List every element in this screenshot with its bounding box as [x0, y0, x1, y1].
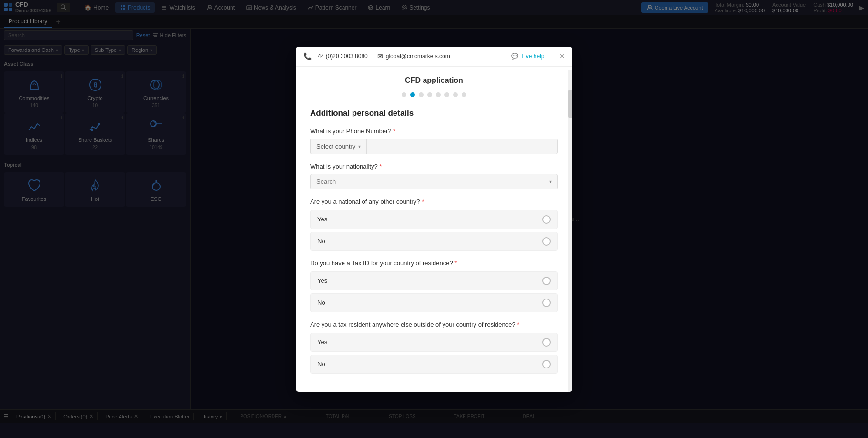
scrollbar-track — [568, 70, 572, 392]
modal-close-button[interactable]: × — [559, 51, 565, 61]
dot-4 — [427, 92, 432, 97]
national-other-no[interactable]: No — [310, 232, 558, 251]
dot-6 — [444, 92, 449, 97]
radio-circle-no — [542, 299, 551, 307]
chevron-down-icon: ▾ — [358, 144, 361, 149]
tax-resident-yes[interactable]: Yes — [310, 333, 558, 352]
chevron-down-icon: ▾ — [549, 179, 552, 184]
modal-title: CFD application — [310, 76, 558, 85]
dot-8 — [462, 92, 466, 97]
tax-id-radio-group: Yes No — [310, 271, 558, 312]
tax-id-no[interactable]: No — [310, 293, 558, 312]
nationality-question-label: What is your nationality? * — [310, 163, 558, 170]
radio-circle-no — [542, 360, 551, 368]
dot-7 — [453, 92, 458, 97]
radio-circle-yes — [542, 277, 551, 285]
phone-row: Select country ▾ — [310, 139, 558, 154]
modal-phone: 📞 +44 (0)20 3003 8080 — [303, 52, 368, 60]
radio-circle-yes — [542, 338, 551, 347]
tax-resident-no[interactable]: No — [310, 355, 558, 374]
dot-3 — [419, 92, 424, 97]
phone-icon: 📞 — [303, 52, 312, 60]
nationality-search-input[interactable] — [316, 178, 549, 185]
modal-top-bar: 📞 +44 (0)20 3003 8080 ✉ global@cmcmarket… — [296, 47, 572, 67]
chat-icon: 💬 — [511, 53, 518, 60]
dot-1 — [402, 92, 406, 97]
modal-overlay: 📞 +44 (0)20 3003 8080 ✉ global@cmcmarket… — [0, 0, 868, 438]
phone-question-label: What is your Phone Number? * — [310, 128, 558, 135]
progress-dots — [310, 92, 558, 97]
nationality-dropdown[interactable]: ▾ — [310, 174, 558, 189]
dot-5 — [436, 92, 441, 97]
national-other-question: Are you a national of any other country?… — [310, 198, 558, 205]
radio-circle-no — [542, 237, 551, 246]
tax-resident-radio-group: Yes No — [310, 333, 558, 374]
radio-circle-yes — [542, 215, 551, 224]
email-icon: ✉ — [377, 52, 383, 60]
national-other-radio-group: Yes No — [310, 210, 558, 251]
modal-body: CFD application Additional personal deta… — [296, 67, 572, 392]
modal-email: ✉ global@cmcmarkets.com — [377, 52, 450, 60]
required-marker: * — [379, 163, 382, 170]
required-marker: * — [393, 128, 395, 135]
dot-2 — [410, 92, 415, 97]
tax-resident-question: Are you a tax resident anywhere else out… — [310, 321, 558, 328]
country-code-select[interactable]: Select country ▾ — [310, 139, 366, 154]
live-help-button[interactable]: 💬 Live help — [511, 53, 544, 60]
scrollbar-thumb[interactable] — [568, 90, 572, 118]
cfd-application-modal: 📞 +44 (0)20 3003 8080 ✉ global@cmcmarket… — [296, 47, 572, 392]
phone-number-input[interactable] — [366, 139, 558, 154]
national-other-yes[interactable]: Yes — [310, 210, 558, 229]
tax-id-yes[interactable]: Yes — [310, 271, 558, 290]
tax-id-question: Do you have a Tax ID for your country of… — [310, 259, 558, 267]
section-title: Additional personal details — [310, 109, 558, 118]
